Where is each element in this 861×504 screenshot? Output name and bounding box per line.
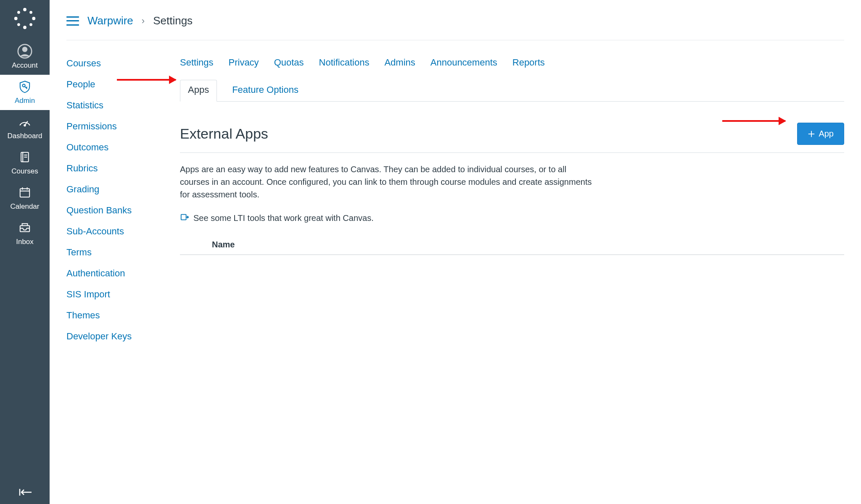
gauge-icon	[17, 114, 32, 129]
nav-label: Inbox	[16, 238, 34, 246]
context-nav-question-banks[interactable]: Question Banks	[66, 200, 163, 221]
svg-point-8	[20, 14, 29, 23]
calendar-icon	[17, 185, 32, 200]
svg-rect-18	[20, 189, 29, 197]
nav-dashboard[interactable]: Dashboard	[0, 110, 50, 145]
nav-label: Account	[12, 61, 37, 70]
inbox-icon	[17, 220, 32, 235]
collapse-nav-button[interactable]	[0, 480, 50, 504]
tab-notifications[interactable]: Notifications	[319, 53, 370, 74]
tab-privacy[interactable]: Privacy	[229, 53, 259, 74]
tab-admins[interactable]: Admins	[384, 53, 415, 74]
add-app-button-label: App	[819, 129, 834, 139]
svg-rect-33	[181, 215, 186, 220]
svg-point-3	[32, 17, 35, 20]
apps-table-header-row: Name	[180, 236, 844, 255]
tab-quotas[interactable]: Quotas	[274, 53, 304, 74]
svg-point-10	[22, 47, 28, 52]
lti-tools-link-text: See some LTI tools that work great with …	[193, 213, 374, 223]
app-logo	[13, 7, 37, 30]
external-apps-header: External Apps App	[180, 123, 844, 153]
context-nav-rubrics[interactable]: Rubrics	[66, 158, 163, 179]
context-nav-outcomes[interactable]: Outcomes	[66, 137, 163, 158]
svg-point-11	[22, 84, 25, 87]
section-title: External Apps	[180, 126, 268, 142]
context-nav-courses[interactable]: Courses	[66, 53, 163, 74]
nav-label: Calendar	[11, 202, 40, 211]
nav-account[interactable]: Account	[0, 39, 50, 75]
section-description: Apps are an easy way to add new features…	[180, 163, 592, 201]
shield-key-icon	[17, 79, 32, 94]
context-nav-authentication[interactable]: Authentication	[66, 263, 163, 284]
context-nav-developer-keys[interactable]: Developer Keys	[66, 326, 163, 347]
nav-admin[interactable]: Admin	[0, 75, 50, 110]
plus-icon	[808, 130, 815, 138]
nav-inbox[interactable]: Inbox	[0, 216, 50, 251]
context-nav-grading[interactable]: Grading	[66, 179, 163, 200]
external-link-icon	[180, 213, 189, 224]
context-nav-permissions[interactable]: Permissions	[66, 116, 163, 137]
nav-label: Courses	[11, 167, 38, 176]
tab-apps[interactable]: Apps	[180, 80, 217, 102]
user-avatar-icon	[17, 44, 32, 59]
nav-label: Dashboard	[7, 132, 42, 140]
context-nav-sis-import[interactable]: SIS Import	[66, 284, 163, 305]
tab-feature-options[interactable]: Feature Options	[232, 80, 298, 101]
svg-point-7	[29, 23, 32, 26]
svg-point-5	[29, 11, 32, 14]
apps-table: Name	[180, 236, 844, 255]
context-nav-sub-accounts[interactable]: Sub-Accounts	[66, 221, 163, 242]
book-icon	[17, 150, 32, 165]
context-nav-terms[interactable]: Terms	[66, 242, 163, 263]
svg-point-2	[14, 17, 18, 20]
context-nav-themes[interactable]: Themes	[66, 305, 163, 326]
nav-calendar[interactable]: Calendar	[0, 181, 50, 216]
main-area: Warpwire › Settings Courses People Stati…	[50, 0, 861, 504]
context-nav: Courses People Statistics Permissions Ou…	[66, 53, 163, 504]
svg-point-1	[23, 26, 26, 29]
tab-announcements[interactable]: Announcements	[430, 53, 497, 74]
add-app-button[interactable]: App	[797, 123, 844, 145]
breadcrumb-current: Settings	[153, 14, 193, 27]
breadcrumb-root-link[interactable]: Warpwire	[87, 14, 133, 27]
context-nav-statistics[interactable]: Statistics	[66, 95, 163, 116]
nav-courses[interactable]: Courses	[0, 145, 50, 181]
column-header-name: Name	[212, 240, 235, 249]
breadcrumb-bar: Warpwire › Settings	[50, 0, 861, 40]
context-nav-people[interactable]: People	[66, 74, 163, 95]
svg-point-13	[24, 125, 25, 126]
content: Settings Privacy Quotas Notifications Ad…	[180, 53, 844, 504]
global-nav: Account Admin Dashboard Courses Calendar…	[0, 0, 50, 504]
collapse-arrow-icon	[16, 488, 33, 496]
tabs-row-2: Apps Feature Options	[180, 80, 844, 102]
lti-tools-link[interactable]: See some LTI tools that work great with …	[180, 213, 844, 224]
svg-point-4	[17, 11, 20, 14]
hamburger-menu-button[interactable]	[66, 16, 79, 26]
breadcrumb-separator: ›	[142, 16, 145, 26]
tab-reports[interactable]: Reports	[512, 53, 545, 74]
svg-point-0	[23, 8, 26, 11]
tab-settings[interactable]: Settings	[180, 53, 214, 74]
svg-point-6	[17, 23, 20, 26]
annotation-arrow-to-add-app-button	[722, 120, 785, 122]
tabs-row-1: Settings Privacy Quotas Notifications Ad…	[180, 53, 844, 74]
nav-label: Admin	[15, 97, 35, 105]
